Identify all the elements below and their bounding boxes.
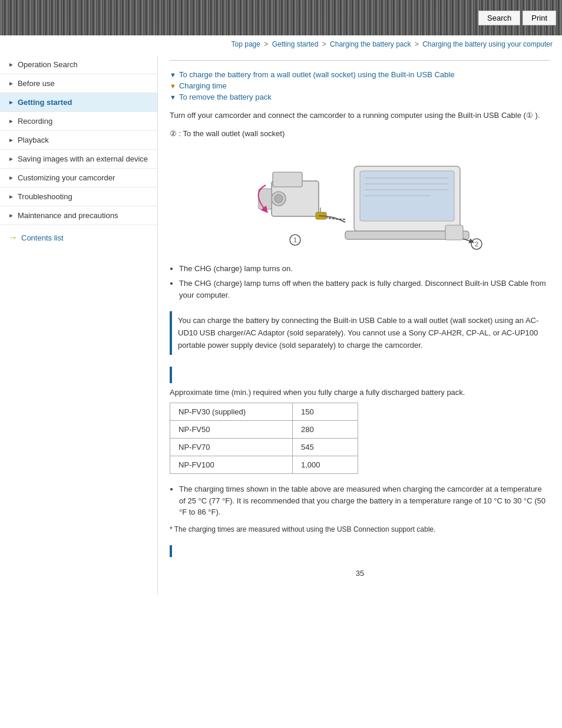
bullet-item: The CHG (charge) lamp turns off when the… — [179, 278, 550, 301]
table-cell-time: 150 — [293, 403, 358, 421]
toc-link-remove-battery[interactable]: ▼ To remove the battery pack — [170, 93, 550, 101]
sidebar-label: Recording — [18, 117, 52, 126]
breadcrumb-current: Charging the battery using your computer — [422, 40, 553, 48]
arrow-icon: ► — [8, 99, 14, 106]
sidebar-item-saving-images[interactable]: ► Saving images with an external device — [0, 150, 157, 169]
svg-text:2: 2 — [475, 241, 478, 248]
sidebar-item-troubleshooting[interactable]: ► Troubleshooting — [0, 187, 157, 206]
toc-section: ▼ To charge the battery from a wall outl… — [170, 70, 550, 101]
sidebar-item-recording[interactable]: ► Recording — [0, 112, 157, 131]
sidebar-label: Saving images with an external device — [18, 154, 148, 163]
svg-rect-1 — [360, 171, 454, 221]
sidebar-label: Maintenance and precautions — [18, 211, 118, 220]
sidebar-label: Before use — [18, 79, 55, 88]
table-cell-model: NP-FV50 — [170, 421, 293, 439]
toc-link-text: To remove the battery pack — [179, 93, 272, 101]
wall-outlet-text: ② : To the wall outlet (wall socket) — [170, 128, 550, 140]
toc-link-charging-time[interactable]: ▼ Charging time — [170, 81, 550, 90]
table-cell-model: NP-FV100 — [170, 456, 293, 474]
svg-point-10 — [275, 195, 283, 203]
arrow-icon: ► — [8, 137, 14, 143]
toc-link-text: To charge the battery from a wall outlet… — [179, 70, 455, 79]
table-row: NP-FV70 545 — [170, 439, 358, 456]
table-row: NP-FV50 280 — [170, 421, 358, 439]
arrow-icon: ► — [8, 80, 14, 87]
print-button[interactable]: Print — [523, 11, 556, 25]
table-row: NP-FV30 (supplied) 150 — [170, 403, 358, 421]
sidebar-item-maintenance[interactable]: ► Maintenance and precautions — [0, 206, 157, 225]
diagram-svg: 1 2 — [236, 149, 484, 255]
table-cell-time: 1,000 — [293, 456, 358, 474]
table-row: NP-FV100 1,000 — [170, 456, 358, 474]
sidebar-label: Playback — [18, 136, 49, 144]
main-layout: ► Operation Search ► Before use ► Gettin… — [0, 51, 562, 595]
table-cell-time: 545 — [293, 439, 358, 456]
toc-link-wall-outlet[interactable]: ▼ To charge the battery from a wall outl… — [170, 70, 550, 79]
arrow-icon: ► — [8, 174, 14, 181]
table-cell-model: NP-FV30 (supplied) — [170, 403, 293, 421]
charging-time-subtitle: Approximate time (min.) required when yo… — [170, 388, 550, 397]
sidebar-label: Getting started — [18, 98, 72, 107]
breadcrumb-charging-battery[interactable]: Charging the battery pack — [330, 40, 411, 48]
arrow-icon: ► — [8, 61, 14, 68]
footnote-list: The charging times shown in the table ab… — [179, 483, 550, 518]
breadcrumb-getting-started[interactable]: Getting started — [272, 40, 319, 48]
sidebar-item-getting-started[interactable]: ► Getting started — [0, 93, 157, 112]
sidebar-item-before-use[interactable]: ► Before use — [0, 74, 157, 93]
svg-rect-11 — [259, 189, 272, 209]
sidebar-label: Operation Search — [18, 60, 78, 69]
bullet-list: The CHG (charge) lamp turns on. The CHG … — [179, 263, 550, 301]
divider — [170, 60, 550, 61]
note-text: You can charge the battery by connecting… — [172, 311, 550, 355]
diagram-container: 1 2 — [170, 149, 550, 255]
arrow-icon: ► — [8, 193, 14, 200]
svg-text:1: 1 — [293, 236, 297, 243]
page-number: 35 — [170, 569, 550, 578]
search-button[interactable]: Search — [478, 11, 520, 25]
arrow-icon: ► — [8, 156, 14, 162]
breadcrumb: Top page > Getting started > Charging th… — [0, 35, 562, 51]
sidebar-label: Customizing your camcorder — [18, 173, 115, 182]
sidebar-item-operation-search[interactable]: ► Operation Search — [0, 55, 157, 74]
section-bar-indicator — [170, 367, 172, 383]
table-cell-time: 280 — [293, 421, 358, 439]
triangle-icon: ▼ — [170, 71, 176, 78]
contents-link-label: Contents list — [21, 233, 64, 242]
svg-rect-17 — [445, 225, 463, 240]
asterisk-note: * The charging times are measured withou… — [170, 524, 550, 535]
note-section: You can charge the battery by connecting… — [170, 311, 550, 355]
sidebar-item-playback[interactable]: ► Playback — [0, 131, 157, 150]
contents-list-link[interactable]: → Contents list — [0, 225, 157, 250]
table-cell-model: NP-FV70 — [170, 439, 293, 456]
arrow-icon: ► — [8, 212, 14, 219]
charging-time-heading — [170, 367, 550, 383]
arrow-icon: ► — [8, 118, 14, 124]
sidebar-item-customizing[interactable]: ► Customizing your camcorder — [0, 169, 157, 187]
remove-battery-bar — [170, 545, 172, 557]
triangle-icon: ▼ — [170, 83, 176, 90]
bullet-item: The CHG (charge) lamp turns on. — [179, 263, 550, 275]
footnote-item: The charging times shown in the table ab… — [179, 483, 550, 518]
header-bar: Search Print — [0, 0, 562, 35]
intro-text: Turn off your camcorder and connect the … — [170, 110, 550, 122]
triangle-icon: ▼ — [170, 94, 176, 101]
content-area: ▼ To charge the battery from a wall outl… — [158, 55, 562, 595]
contents-arrow-icon: → — [8, 232, 18, 243]
breadcrumb-top[interactable]: Top page — [232, 40, 260, 48]
charging-table: NP-FV30 (supplied) 150 NP-FV50 280 NP-FV… — [170, 403, 358, 474]
sidebar-label: Troubleshooting — [18, 192, 72, 201]
toc-link-text: Charging time — [179, 81, 227, 90]
svg-rect-8 — [273, 172, 302, 187]
sidebar: ► Operation Search ► Before use ► Gettin… — [0, 55, 158, 595]
